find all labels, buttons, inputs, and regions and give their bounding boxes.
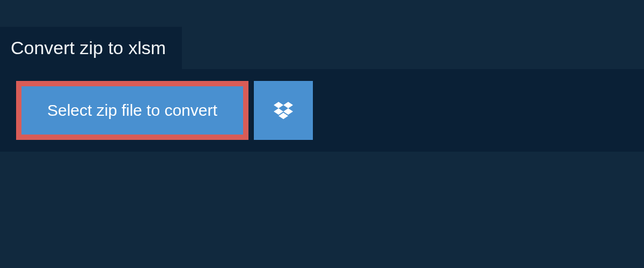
select-file-label: Select zip file to convert [47, 101, 217, 120]
dropbox-icon [274, 100, 293, 121]
upload-panel: Select zip file to convert [0, 69, 644, 152]
select-file-button[interactable]: Select zip file to convert [16, 81, 248, 140]
dropbox-upload-button[interactable] [254, 81, 313, 140]
tab-header: Convert zip to xlsm [0, 27, 182, 69]
page-title: Convert zip to xlsm [11, 38, 166, 58]
